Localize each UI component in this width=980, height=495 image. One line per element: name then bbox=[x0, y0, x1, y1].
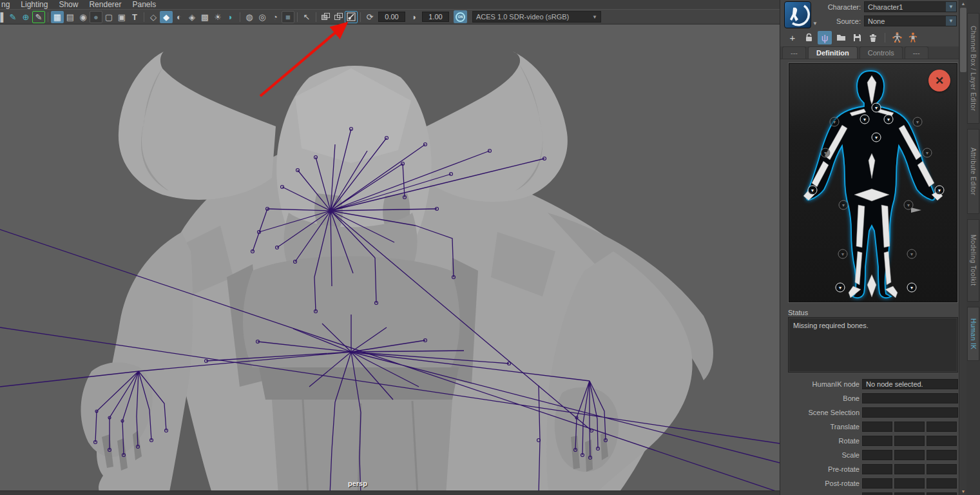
shadows-icon[interactable]: ◗ bbox=[224, 11, 237, 23]
tab-dash-right[interactable]: --- bbox=[905, 46, 928, 59]
use-all-lights-icon[interactable]: ▩ bbox=[198, 11, 211, 23]
lock-definition-button[interactable] bbox=[802, 31, 816, 44]
screen-space-ao-icon[interactable]: ◍ bbox=[243, 11, 256, 23]
menu-lighting[interactable]: Lighting bbox=[21, 1, 48, 9]
tab-modeling-toolkit[interactable]: Modeling Toolkit bbox=[967, 219, 979, 302]
tab-dash-left[interactable]: --- bbox=[782, 46, 806, 59]
mirror-definition-button[interactable]: ψ bbox=[818, 31, 832, 44]
tab-definition[interactable]: Definition bbox=[808, 46, 858, 59]
color-management-toggle[interactable]: ON bbox=[454, 10, 467, 23]
bone-field[interactable] bbox=[862, 393, 958, 403]
post-rotate-y-field[interactable] bbox=[894, 478, 925, 489]
menu-shading-partial[interactable]: ng bbox=[1, 1, 10, 9]
save-skeleton-button[interactable] bbox=[850, 31, 864, 44]
humanik-node-field[interactable]: No node selected. bbox=[862, 379, 958, 389]
scale-x-field[interactable] bbox=[862, 450, 892, 460]
menu-renderer[interactable]: Renderer bbox=[89, 1, 121, 9]
skeleton-generator-button[interactable] bbox=[890, 31, 904, 44]
scale-y-field[interactable] bbox=[894, 450, 925, 460]
joint-neck[interactable]: ▾ bbox=[872, 103, 881, 113]
xray-joints-icon[interactable] bbox=[332, 11, 345, 23]
translate-y-field[interactable] bbox=[894, 422, 925, 432]
post-rotate-z-field[interactable] bbox=[927, 478, 957, 489]
menu-panels[interactable]: Panels bbox=[132, 1, 156, 9]
create-character-button[interactable]: + bbox=[785, 31, 800, 44]
pre-rotate-row: Pre-rotate bbox=[780, 464, 959, 474]
joint-right-elbow[interactable]: ▾ bbox=[923, 148, 932, 158]
brush-tool-icon[interactable]: ✎ bbox=[6, 11, 19, 23]
definition-error-badge[interactable]: ✕ bbox=[928, 70, 950, 92]
post-rotate-x-field[interactable] bbox=[862, 478, 892, 489]
tab-human-ik[interactable]: Human IK bbox=[967, 307, 979, 361]
xray-icon[interactable] bbox=[319, 11, 332, 23]
gamma-field[interactable]: 1.00 bbox=[422, 12, 449, 22]
character-label: Character: bbox=[783, 3, 861, 11]
depth-peeling-icon[interactable]: ■ bbox=[282, 11, 294, 23]
status-message-box: Missing required bones. bbox=[788, 317, 958, 373]
exposure-field[interactable]: 0.00 bbox=[378, 12, 405, 22]
pre-rotate-y-field[interactable] bbox=[894, 464, 925, 474]
exposure-icon[interactable]: ⟳ bbox=[363, 11, 376, 23]
chevron-down-icon: ▼ bbox=[592, 14, 597, 20]
tab-controls[interactable]: Controls bbox=[860, 46, 903, 59]
joint-right-hip[interactable]: ▾ bbox=[904, 200, 914, 210]
pre-rotate-z-field[interactable] bbox=[927, 464, 957, 474]
delete-character-button[interactable] bbox=[866, 31, 880, 44]
control-rig-button[interactable] bbox=[906, 31, 920, 44]
motion-blur-icon[interactable]: ◎ bbox=[256, 11, 269, 23]
wireframe-icon[interactable]: ◇ bbox=[147, 11, 160, 23]
joint-right-shoulder[interactable]: ▾ bbox=[913, 117, 923, 127]
film-gate-icon[interactable]: ▤ bbox=[64, 11, 77, 23]
resolution-gate-icon[interactable]: ◉ bbox=[77, 11, 90, 23]
joint-arrow-icon: ▾ bbox=[916, 119, 919, 125]
joint-left-hand[interactable]: ▾ bbox=[808, 186, 818, 195]
toolbar-separator bbox=[316, 12, 316, 22]
rotate-y-field[interactable] bbox=[894, 436, 925, 446]
joint-left-elbow[interactable]: ▾ bbox=[821, 148, 831, 158]
translate-x-field[interactable] bbox=[862, 422, 892, 432]
grid-toggle-icon[interactable]: ▦ bbox=[51, 11, 64, 23]
joint-left-collar[interactable]: ▾ bbox=[860, 115, 870, 124]
scrollbar-thumb[interactable] bbox=[960, 8, 966, 72]
rotate-z-field[interactable] bbox=[927, 436, 957, 446]
pre-rotate-x-field[interactable] bbox=[862, 464, 892, 474]
default-lighting-icon[interactable]: ☀ bbox=[211, 11, 224, 23]
gate-mask-icon[interactable]: ● bbox=[90, 11, 102, 23]
joint-right-collar[interactable]: ▾ bbox=[884, 115, 894, 124]
joint-left-knee[interactable]: ▾ bbox=[838, 249, 848, 259]
translate-z-field[interactable] bbox=[927, 422, 957, 432]
shaded-display-icon[interactable]: ◆ bbox=[160, 11, 173, 23]
anti-alias-icon[interactable]: ◔ bbox=[269, 11, 282, 23]
rotate-x-field[interactable] bbox=[862, 436, 892, 446]
perspective-viewport[interactable] bbox=[0, 24, 780, 495]
joint-left-hip[interactable]: ▾ bbox=[839, 200, 849, 210]
image-plane-icon[interactable]: ▣ bbox=[115, 11, 128, 23]
joint-left-shoulder[interactable]: ▾ bbox=[830, 117, 840, 127]
hud-text-icon[interactable]: T bbox=[128, 11, 141, 23]
source-dropdown[interactable]: None ▼ bbox=[864, 15, 957, 26]
isolate-select-icon[interactable] bbox=[345, 11, 358, 23]
character-dropdown[interactable]: Character1 ▼ bbox=[864, 1, 957, 12]
gamma-icon[interactable]: ◑ bbox=[407, 11, 420, 23]
scale-z-field[interactable] bbox=[927, 450, 957, 460]
field-chart-icon[interactable]: ▢ bbox=[102, 11, 115, 23]
panel-scrollbar[interactable]: ▲ ▼ bbox=[959, 0, 966, 495]
menu-show[interactable]: Show bbox=[59, 1, 78, 9]
joint-right-knee[interactable]: ▾ bbox=[907, 249, 917, 259]
textured-display-icon[interactable]: ◈ bbox=[186, 11, 198, 23]
character-definition-view[interactable]: ▾ ▾ ▾ ▾ ▾ ▾ ▾ ▾ ▾ ▾ ▾ ▾ ▾ ▾ ▾ ▾ ✕ bbox=[788, 63, 958, 303]
tab-attribute-editor[interactable]: Attribute Editor bbox=[967, 129, 979, 214]
load-skeleton-button[interactable] bbox=[834, 31, 848, 44]
tab-channel-box[interactable]: Channel Box / Layer Editor bbox=[967, 13, 979, 124]
bookmark-icon[interactable]: ▌ bbox=[0, 11, 6, 23]
object-select-icon[interactable]: ↖ bbox=[300, 11, 313, 23]
shaded-wire-icon[interactable]: ◐ bbox=[173, 11, 186, 23]
colorspace-dropdown[interactable]: ACES 1.0 SDR-video (sRGB) ▼ bbox=[472, 11, 601, 23]
pencil-tool-icon[interactable]: ✎ bbox=[32, 11, 45, 23]
joint-right-hand[interactable]: ▾ bbox=[935, 186, 945, 195]
joint-right-foot[interactable]: ▾ bbox=[907, 283, 917, 293]
scene-selection-field[interactable] bbox=[862, 407, 958, 418]
tumble-tool-icon[interactable]: ⊕ bbox=[19, 11, 32, 23]
joint-left-foot[interactable]: ▾ bbox=[836, 283, 845, 293]
joint-chest[interactable]: ▾ bbox=[872, 133, 881, 142]
